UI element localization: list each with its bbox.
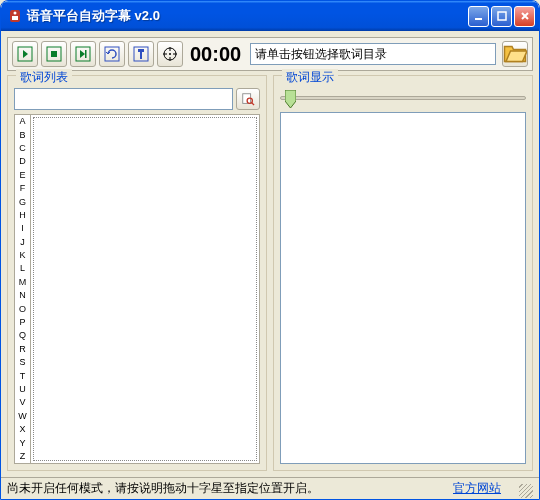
- alpha-index-item[interactable]: S: [15, 356, 30, 369]
- search-button[interactable]: [236, 88, 260, 110]
- alpha-index-item[interactable]: U: [15, 383, 30, 396]
- alpha-index: ABCDEFGHIJKLMNOPQRSTUVWXYZ: [15, 115, 31, 463]
- target-button[interactable]: [157, 41, 183, 67]
- alpha-index-item[interactable]: H: [15, 209, 30, 222]
- settings-button[interactable]: [128, 41, 154, 67]
- svg-rect-10: [105, 47, 119, 61]
- app-window: 语音平台自动字幕 v2.0: [0, 0, 540, 500]
- search-input[interactable]: [14, 88, 233, 110]
- lyrics-list-legend: 歌词列表: [16, 69, 72, 86]
- status-text: 尚未开启任何模式，请按说明拖动十字星至指定位置开启。: [7, 480, 453, 497]
- titlebar[interactable]: 语音平台自动字幕 v2.0: [1, 1, 539, 31]
- alpha-index-item[interactable]: Z: [15, 450, 30, 463]
- stop-button[interactable]: [41, 41, 67, 67]
- search-row: [14, 88, 260, 110]
- window-title: 语音平台自动字幕 v2.0: [27, 7, 468, 25]
- svg-point-15: [169, 53, 171, 55]
- alpha-index-item[interactable]: D: [15, 155, 30, 168]
- window-buttons: [468, 6, 535, 27]
- alpha-index-item[interactable]: R: [15, 343, 30, 356]
- lyrics-display[interactable]: [280, 112, 526, 464]
- alpha-index-item[interactable]: O: [15, 302, 30, 315]
- browse-folder-button[interactable]: [502, 41, 528, 67]
- svg-rect-2: [12, 16, 18, 20]
- slider-thumb[interactable]: [285, 90, 296, 108]
- svg-rect-9: [85, 50, 87, 58]
- panels: 歌词列表 ABCDEFGHIJKLMNOPQRSTUVWXYZ 歌词显示: [7, 75, 533, 471]
- lyrics-list[interactable]: [33, 117, 257, 461]
- alpha-index-item[interactable]: I: [15, 222, 30, 235]
- svg-rect-12: [138, 49, 144, 52]
- svg-rect-3: [475, 18, 482, 20]
- lyrics-list-panel: 歌词列表 ABCDEFGHIJKLMNOPQRSTUVWXYZ: [7, 75, 267, 471]
- resize-grip[interactable]: [519, 484, 533, 498]
- alpha-index-item[interactable]: K: [15, 249, 30, 262]
- alpha-index-item[interactable]: A: [15, 115, 30, 128]
- toolbar: 00:00: [7, 37, 533, 71]
- alpha-index-item[interactable]: G: [15, 195, 30, 208]
- svg-point-1: [14, 12, 17, 15]
- alpha-index-item[interactable]: J: [15, 236, 30, 249]
- alpha-index-item[interactable]: X: [15, 423, 30, 436]
- svg-rect-4: [498, 12, 506, 20]
- alpha-index-item[interactable]: F: [15, 182, 30, 195]
- lyrics-display-panel: 歌词显示: [273, 75, 533, 471]
- lyrics-directory-input[interactable]: [250, 43, 496, 65]
- svg-rect-7: [51, 51, 57, 57]
- minimize-button[interactable]: [468, 6, 489, 27]
- alpha-index-item[interactable]: W: [15, 410, 30, 423]
- alpha-index-item[interactable]: T: [15, 369, 30, 382]
- play-button[interactable]: [12, 41, 38, 67]
- alpha-index-item[interactable]: Y: [15, 436, 30, 449]
- alpha-index-item[interactable]: B: [15, 128, 30, 141]
- alpha-index-item[interactable]: C: [15, 142, 30, 155]
- statusbar: 尚未开启任何模式，请按说明拖动十字星至指定位置开启。 官方网站: [1, 477, 539, 499]
- official-site-link[interactable]: 官方网站: [453, 480, 501, 497]
- alpha-index-item[interactable]: V: [15, 396, 30, 409]
- alpha-index-item[interactable]: P: [15, 316, 30, 329]
- slider-row: [280, 88, 526, 108]
- alpha-index-item[interactable]: L: [15, 262, 30, 275]
- client-area: 00:00 歌词列表 ABCDEFGHIJKLMNOPQRSTUVWXYZ: [1, 31, 539, 477]
- lyrics-list-area: ABCDEFGHIJKLMNOPQRSTUVWXYZ: [14, 114, 260, 464]
- app-icon: [7, 8, 23, 24]
- alpha-index-item[interactable]: Q: [15, 329, 30, 342]
- alpha-index-item[interactable]: N: [15, 289, 30, 302]
- alpha-index-item[interactable]: M: [15, 276, 30, 289]
- alpha-index-item[interactable]: E: [15, 169, 30, 182]
- sync-button[interactable]: [99, 41, 125, 67]
- time-display: 00:00: [190, 43, 241, 66]
- maximize-button[interactable]: [491, 6, 512, 27]
- svg-rect-13: [140, 52, 142, 59]
- close-button[interactable]: [514, 6, 535, 27]
- lyrics-display-legend: 歌词显示: [282, 69, 338, 86]
- position-slider[interactable]: [280, 96, 526, 100]
- export-button[interactable]: [70, 41, 96, 67]
